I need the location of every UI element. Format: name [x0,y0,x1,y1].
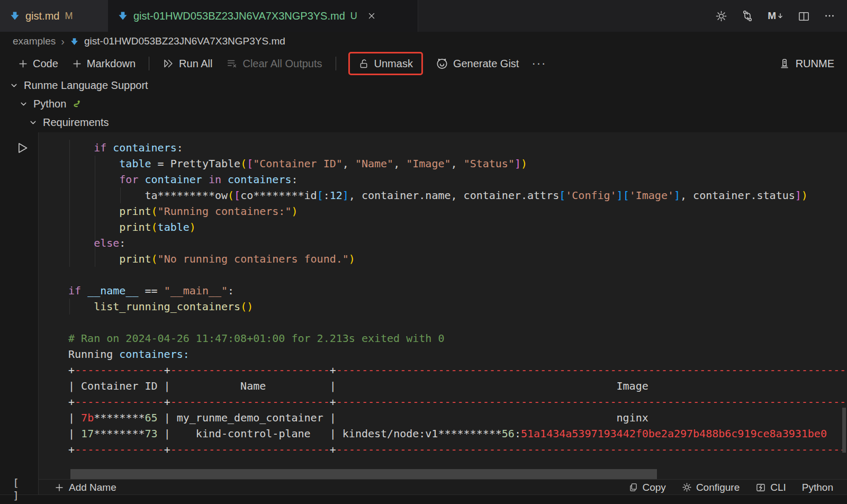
code-token: + [68,395,75,408]
more-actions-icon[interactable] [824,10,835,22]
breadcrumb-folder[interactable]: examples [13,35,56,47]
generate-gist-button[interactable]: Generate Gist [430,53,525,74]
copy-button[interactable]: Copy [624,482,670,493]
outline-label: Requirements [43,116,109,129]
code-token: ] [343,189,349,202]
cell-editor-area[interactable]: if containers: table = PrettyTable(["Con… [38,132,847,494]
tab-untracked-badge: U [350,11,357,22]
tab-gist-md[interactable]: gist.md M [0,0,108,32]
code-token: print [119,205,151,218]
code-token: ( [151,205,158,218]
code-line: Running containers: [68,346,847,362]
code-line: | 7b********65 | my_runme_demo_container… [68,410,847,426]
add-markdown-cell-button[interactable]: Markdown [67,53,141,74]
button-label: Run All [179,58,212,70]
code-token: ) [291,205,298,218]
code-editor[interactable]: if containers: table = PrettyTable(["Con… [68,140,847,457]
button-label: Copy [643,482,666,493]
code-token: -------------- [75,443,164,456]
markdown-preview-icon[interactable]: M [768,10,784,22]
breadcrumb-file[interactable]: gist-01HWD053BZ23JN6VA7X3NGP3YS.md [84,35,285,47]
code-token: ) [801,189,808,202]
outline-item-requirements[interactable]: Requirements [0,113,847,132]
code-line: # Ran on 2024-04-26 11:47:08+01:00 for 2… [68,330,847,346]
outline-item-runme-language-support[interactable]: Runme Language Support [0,76,847,95]
runme-logo-icon [779,58,790,69]
language-label: Python [802,482,833,493]
code-token: containers [113,141,176,154]
code-token [68,300,94,313]
code-token: containers [228,173,291,186]
add-name-button[interactable]: Add Name [55,482,116,493]
settings-gear-icon[interactable] [715,10,727,22]
code-token: : [228,284,234,297]
code-token: 'Config' [565,189,616,202]
plus-icon [72,59,82,69]
code-token: print [119,221,151,233]
cli-button[interactable]: CLI [751,482,790,493]
run-cell-button[interactable] [15,141,29,155]
code-line: print("Running containers:") [68,203,847,219]
toolbar-more-button[interactable]: ··· [527,57,551,70]
tab-gist-01hwd-md-active[interactable]: gist-01HWD053BZ23JN6VA7X3NGP3YS.md U [108,0,418,32]
code-line [68,267,847,283]
code-token: ------------------------- [170,395,330,408]
vertical-scrollbar[interactable] [842,408,846,453]
code-token [68,157,119,170]
code-token: "Container ID" [253,157,343,170]
code-token: ( [151,221,158,233]
code-token: [ [247,157,253,170]
code-token: ------------------------- [170,364,330,376]
code-token: ta*********ow [68,189,228,202]
snake-emoji-icon [71,99,82,110]
code-line: table = PrettyTable(["Container ID", "Na… [68,156,847,172]
notebook-toolbar: Code Markdown Run All Clear All Outputs … [0,51,847,76]
code-token: print [119,253,151,265]
code-token: | [68,427,81,440]
cell-language-indicator[interactable]: Python [798,482,837,493]
code-line: | Container ID | Name | Image [68,378,847,394]
split-editor-icon[interactable] [798,10,810,22]
code-token: for [119,173,138,186]
code-token: : [323,189,330,202]
code-token: 'Image' [629,189,674,202]
gear-icon [682,482,692,492]
code-token: __name__ [87,284,138,297]
code-token: + [68,364,75,376]
code-line: if __name__ == "__main__": [68,283,847,299]
close-icon[interactable] [367,11,376,21]
code-token: ( [240,157,247,170]
chevron-down-icon [10,81,19,90]
code-token [68,237,94,249]
code-token: ) [521,157,527,170]
code-token [68,221,119,233]
editor-tab-bar: gist.md M gist-01HWD053BZ23JN6VA7X3NGP3Y… [0,0,847,32]
chevron-down-icon [29,118,38,127]
add-code-cell-button[interactable]: Code [13,53,64,74]
code-token: + [330,443,336,456]
code-token: "Running containers:" [158,205,292,218]
session-compare-icon[interactable] [741,10,754,22]
code-token: if [94,141,106,154]
button-label: Configure [696,482,740,493]
code-line: +--------------+------------------------… [68,362,847,378]
tab-label: gist.md [25,10,59,22]
configure-button[interactable]: Configure [678,482,744,493]
run-all-icon [163,58,174,69]
code-token: : [291,173,298,186]
run-all-button[interactable]: Run All [157,53,218,74]
button-label: Code [33,58,58,70]
code-token: | kind-control-plane | kindest/node:v1**… [158,427,502,440]
code-token: [ [317,189,323,202]
document-outline: Runme Language Support Python Requiremen… [0,76,847,132]
button-label: Markdown [87,58,136,70]
outline-item-python[interactable]: Python [0,95,847,113]
code-token [68,173,119,186]
editor-actions: M [715,0,847,32]
code-token: , [451,157,464,170]
horizontal-scrollbar[interactable] [70,469,657,479]
code-token: 56 [502,427,515,440]
code-token: : [119,237,125,249]
unmask-button-highlighted[interactable]: Unmask [348,52,423,75]
toolbar-divider [336,57,336,70]
